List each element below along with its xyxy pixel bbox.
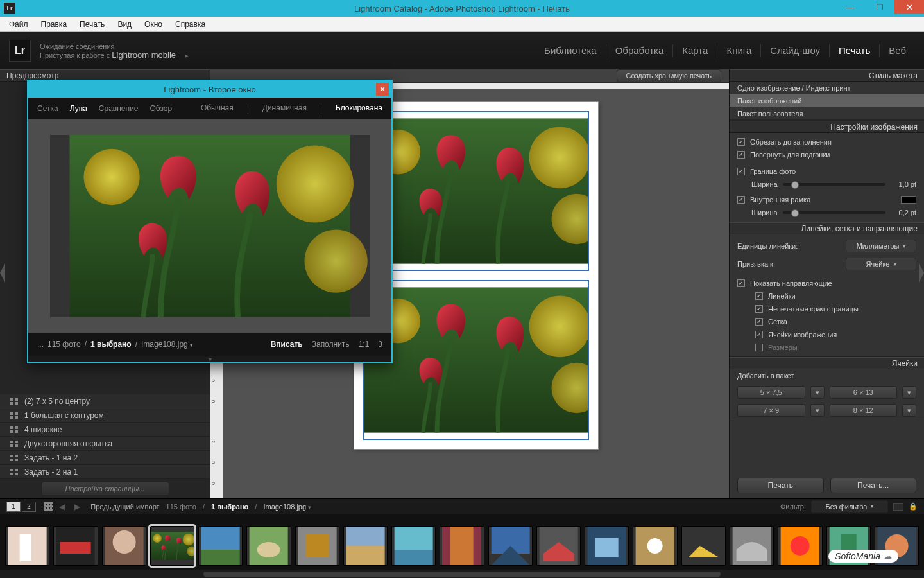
guide-dims-checkbox[interactable] (755, 344, 763, 351)
create-saved-print-button[interactable]: Создать хранимую печать (617, 69, 721, 82)
cell-size-dd[interactable]: ▾ (902, 386, 916, 399)
section-cells[interactable]: Ячейки (730, 357, 924, 369)
sw-tab-normal[interactable]: Обычная (201, 103, 234, 114)
ruler-units-dropdown[interactable]: Миллиметры (846, 240, 916, 252)
filmstrip-thumb[interactable] (198, 526, 243, 566)
template-item[interactable]: (2) 7 x 5 по центру (0, 394, 210, 408)
sw-tab-grid[interactable]: Сетка (37, 104, 58, 113)
grid-icon[interactable] (44, 502, 53, 511)
filmstrip-thumb[interactable] (102, 526, 146, 566)
module-map[interactable]: Карта (673, 44, 717, 57)
cell-size-button[interactable]: 8 × 12 (830, 404, 898, 417)
print-button[interactable]: Печать (737, 478, 824, 493)
filmstrip[interactable] (0, 514, 924, 578)
module-book[interactable]: Книга (717, 44, 761, 57)
filmstrip-scrollbar[interactable] (0, 570, 924, 578)
menu-help[interactable]: Справка (170, 18, 210, 31)
sw-tab-loupe[interactable]: Лупа (70, 104, 87, 113)
filmstrip-thumb[interactable] (730, 526, 774, 566)
minimize-button[interactable]: — (835, 0, 865, 14)
filmstrip-thumb[interactable] (585, 526, 629, 566)
template-item[interactable]: 4 широкие (0, 423, 210, 437)
section-image-settings[interactable]: Настройки изображения (730, 121, 924, 133)
module-slideshow[interactable]: Слайд-шоу (761, 44, 830, 57)
cell-size-dd[interactable]: ▾ (902, 404, 916, 417)
sw-ellipsis[interactable]: ... (37, 340, 44, 349)
filmstrip-thumb[interactable] (681, 526, 726, 566)
filter-dropdown[interactable]: Без фильтра (811, 500, 888, 513)
menu-file[interactable]: Файл (4, 18, 33, 31)
inner-width-slider[interactable] (783, 211, 886, 214)
secondary-window[interactable]: Lightroom - Второе окно ✕ Сетка Лупа Сра… (27, 80, 393, 363)
filmstrip-thumb[interactable] (246, 526, 291, 566)
zoom-fit[interactable]: Вписать (271, 340, 303, 349)
menu-window[interactable]: Окно (139, 18, 167, 31)
print-dialog-button[interactable]: Печать... (830, 478, 917, 493)
template-item[interactable]: Задать - 2 на 1 (0, 465, 210, 479)
filmstrip-thumb[interactable] (391, 526, 436, 566)
sw-tab-locked[interactable]: Блокирована (336, 103, 382, 114)
sync-status[interactable]: Ожидание соединения Приступая к работе с… (40, 42, 189, 60)
guide-rulers-checkbox[interactable] (755, 292, 763, 300)
cell-size-button[interactable]: 6 × 13 (830, 386, 898, 399)
guide-grid-checkbox[interactable] (755, 318, 763, 326)
close-button[interactable]: ✕ (894, 0, 924, 14)
filmstrip-thumb[interactable] (778, 526, 822, 566)
menu-view[interactable]: Вид (112, 18, 137, 31)
filmstrip-thumb[interactable] (150, 526, 194, 566)
cell-size-dd[interactable]: ▾ (810, 404, 825, 417)
secondary-notch[interactable]: ▾ (28, 356, 391, 362)
secondary-close-button[interactable]: ✕ (376, 83, 389, 96)
secondary-loupe-image[interactable] (50, 135, 370, 317)
section-rulers-guides[interactable]: Линейки, сетка и направляющие (730, 222, 924, 234)
filmstrip-thumb[interactable] (536, 526, 581, 566)
filmstrip-thumb[interactable] (633, 526, 677, 566)
filter-lock-icon[interactable]: 🔒 (909, 502, 918, 511)
menu-print[interactable]: Печать (74, 18, 110, 31)
template-item[interactable]: 1 большая с контуром (0, 408, 210, 423)
guide-bleed-checkbox[interactable] (755, 305, 763, 313)
module-develop[interactable]: Обработка (606, 44, 674, 57)
sw-tab-live[interactable]: Динамичная (262, 103, 307, 114)
template-item[interactable]: Двухсторонняя открытка (0, 437, 210, 451)
cell-size-button[interactable]: 5 × 7,5 (737, 386, 805, 399)
filmstrip-thumb[interactable] (343, 526, 388, 566)
source-label[interactable]: Предыдущий импорт (90, 503, 159, 511)
current-filename[interactable]: Image108.jpg ▾ (263, 503, 311, 511)
module-web[interactable]: Веб (880, 44, 915, 57)
zoom-1to1[interactable]: 1:1 (359, 340, 370, 349)
lightroom-mobile-link[interactable]: Lightroom mobile (112, 50, 176, 60)
module-print[interactable]: Печать (830, 44, 880, 57)
page-setup-button[interactable]: Настройка страницы... (41, 482, 169, 496)
filmstrip-thumb[interactable] (53, 526, 98, 566)
rotate-to-fit-checkbox[interactable] (737, 151, 745, 159)
border-width-slider[interactable] (783, 183, 886, 186)
secondary-titlebar[interactable]: Lightroom - Второе окно ✕ (28, 81, 391, 98)
section-layout-style[interactable]: Стиль макета (730, 69, 924, 82)
monitor-switch[interactable]: 12 (6, 502, 37, 512)
filmstrip-thumb[interactable] (295, 526, 339, 566)
guide-cells-checkbox[interactable] (755, 331, 763, 338)
inner-stroke-checkbox[interactable] (737, 196, 745, 204)
filmstrip-thumb[interactable] (488, 526, 533, 566)
sw-tab-compare[interactable]: Сравнение (99, 104, 139, 113)
crop-to-fill-checkbox[interactable] (737, 138, 745, 146)
photo-border-checkbox[interactable] (737, 168, 745, 175)
maximize-button[interactable]: ☐ (865, 0, 894, 14)
template-item[interactable]: Задать - 1 на 2 (0, 451, 210, 465)
cell-size-dd[interactable]: ▾ (810, 386, 825, 399)
print-cell-1[interactable] (363, 111, 589, 271)
sw-filename[interactable]: Image108.jpg ▾ (141, 340, 193, 349)
zoom-3[interactable]: 3 (378, 340, 382, 349)
cell-size-button[interactable]: 7 × 9 (737, 404, 805, 417)
zoom-fill[interactable]: Заполнить (312, 340, 350, 349)
layout-option[interactable]: Пакет пользователя (730, 107, 924, 120)
filter-flag-icon[interactable] (893, 503, 903, 511)
module-library[interactable]: Библиотека (535, 44, 606, 57)
print-cell-2[interactable] (363, 280, 589, 440)
menu-edit[interactable]: Правка (36, 18, 73, 31)
scrollbar-thumb[interactable] (203, 572, 721, 577)
snap-to-dropdown[interactable]: Ячейке (846, 258, 916, 270)
layout-option[interactable]: Пакет изображений (730, 94, 924, 107)
sw-tab-survey[interactable]: Обзор (150, 104, 173, 113)
